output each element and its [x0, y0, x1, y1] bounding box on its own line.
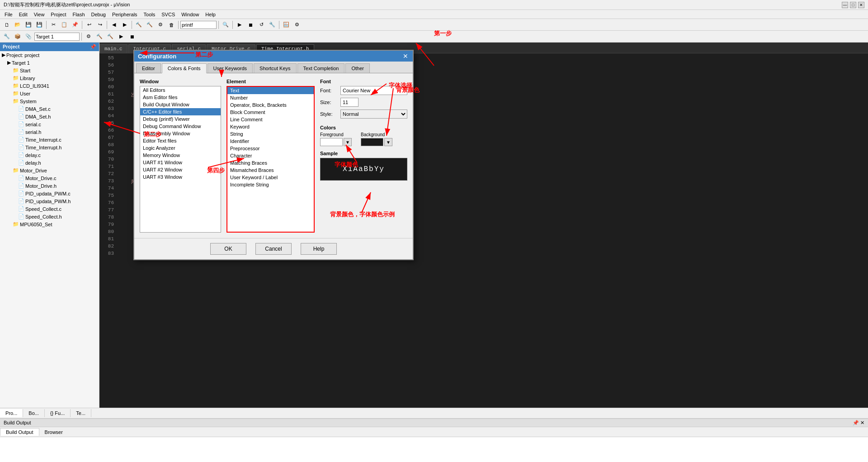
tb2-run[interactable]: ▶ [116, 32, 126, 42]
ok-button[interactable]: OK [210, 243, 246, 255]
element-item-line-comment[interactable]: Line Comment [227, 116, 314, 123]
dialog-tab-text-completion[interactable]: Text Completion [297, 63, 345, 73]
sidebar-item-user[interactable]: 📁 User [0, 90, 99, 97]
bottom-tab-templates[interactable]: Te... [71, 409, 91, 417]
foreground-down-btn[interactable]: ▼ [344, 138, 352, 146]
element-item-operator[interactable]: Operator, Block, Brackets [227, 101, 314, 109]
minimize-button[interactable]: — [842, 2, 848, 8]
sidebar-item-delay-h[interactable]: 📄 delay.h [0, 159, 99, 167]
dialog-tab-editor[interactable]: Editor [136, 63, 161, 73]
sidebar-item-pid-c[interactable]: 📄 PID_updata_PWM.c [0, 190, 99, 197]
sidebar-item-dma-h[interactable]: 📄 DMA_Set.h [0, 113, 99, 120]
background-swatch[interactable] [361, 138, 383, 146]
save-all-button[interactable]: 💾 [34, 20, 44, 30]
tb2-btn2[interactable]: 📦 [13, 32, 23, 42]
menu-help[interactable]: Help [203, 11, 218, 18]
element-item-incomplete[interactable]: Incomplete String [227, 181, 314, 188]
sidebar-item-md-c[interactable]: 📄 Motor_Drive.c [0, 174, 99, 182]
clean-button[interactable]: 🗑 [166, 20, 176, 30]
sidebar-item-sc-c[interactable]: 📄 Speed_Collect.c [0, 205, 99, 213]
window-item-uart1[interactable]: UART #1 Window [140, 159, 221, 166]
menu-project[interactable]: Project [48, 11, 69, 18]
window-button[interactable]: 🪟 [281, 20, 291, 30]
element-item-number[interactable]: Number [227, 94, 314, 101]
open-button[interactable]: 📂 [13, 20, 23, 30]
tb2-rebuild[interactable]: 🔨 [105, 32, 115, 42]
cut-button[interactable]: ✂ [48, 20, 58, 30]
element-item-matching[interactable]: Matching Braces [227, 159, 314, 167]
sidebar-item-dma-c[interactable]: 📄 DMA_Set.c [0, 105, 99, 113]
menu-edit[interactable]: Edit [16, 11, 30, 18]
sidebar-item-start[interactable]: 📁 Start [0, 67, 99, 74]
tb2-stop[interactable]: ⏹ [127, 32, 137, 42]
window-item-disasm[interactable]: Disassembly Window [140, 130, 221, 137]
window-item-asm[interactable]: Asm Editor files [140, 94, 221, 101]
window-item-debug-printf[interactable]: Debug (printf) Viewer [140, 115, 221, 123]
element-item-user-keyword[interactable]: User Keyword / Label [227, 174, 314, 181]
tab-main[interactable]: main.c [99, 44, 127, 53]
build-output-tab-build[interactable]: Build Output [0, 428, 39, 436]
foreground-swatch[interactable] [320, 138, 343, 146]
bottom-tab-project[interactable]: Pro... [0, 409, 23, 417]
tb2-btn3[interactable]: 📎 [24, 32, 33, 42]
bottom-tab-functions[interactable]: {} Fu... [45, 409, 71, 417]
window-item-cpp[interactable]: C/C++ Editor files [140, 108, 221, 115]
dialog-tab-other[interactable]: Other [345, 63, 370, 73]
font-size-input[interactable] [340, 98, 359, 107]
help-button[interactable]: Help [301, 243, 337, 255]
element-item-keyword[interactable]: Keyword [227, 123, 314, 130]
dialog-tab-colors-fonts[interactable]: Colors & Fonts [162, 63, 207, 73]
menu-debug[interactable]: Debug [89, 11, 108, 18]
sidebar-item-mpu[interactable]: 📁 MPU6050_Set [0, 220, 99, 228]
sidebar-item-delay-c[interactable]: 📄 delay.c [0, 151, 99, 159]
window-item-editor-text[interactable]: Editor Text files [140, 137, 221, 144]
paste-button[interactable]: 📌 [70, 20, 80, 30]
sidebar-item-system[interactable]: 📁 System [0, 97, 99, 105]
stop-debug-button[interactable]: ⏹ [245, 20, 255, 30]
element-listbox[interactable]: Text Number Operator, Block, Brackets Bl… [226, 86, 315, 233]
build-output-pin[interactable]: 📌 ✕ [853, 420, 864, 426]
element-item-block-comment[interactable]: Block Comment [227, 109, 314, 116]
sidebar-item-pid-h[interactable]: 📄 PID_updata_PWM.h [0, 197, 99, 205]
build-button[interactable]: 🔨 [134, 20, 144, 30]
config-button[interactable]: ⚙ [292, 20, 302, 30]
sidebar-item-library[interactable]: 📁 Library [0, 74, 99, 82]
printf-input[interactable] [180, 21, 217, 29]
sidebar-item-project[interactable]: ▶ Project: project [0, 51, 99, 59]
sidebar-item-serial-h[interactable]: 📄 serial.h [0, 128, 99, 136]
start-debug-button[interactable]: ▶ [235, 20, 245, 30]
menu-tools[interactable]: Tools [141, 11, 158, 18]
tb2-build[interactable]: 🔨 [94, 32, 104, 42]
font-name-input[interactable] [340, 86, 407, 95]
font-style-select[interactable]: Normal Bold Italic Bold Italic [340, 110, 407, 119]
sidebar-item-sc-h[interactable]: 📄 Speed_Collect.h [0, 213, 99, 220]
element-item-preprocessor[interactable]: Preprocessor [227, 145, 314, 152]
bottom-tab-books[interactable]: Bo... [23, 409, 45, 417]
tb2-translate[interactable]: ⚙ [84, 32, 94, 42]
save-button[interactable]: 💾 [24, 20, 33, 30]
sidebar-item-ti-c[interactable]: 📄 Time_Interrupt.c [0, 136, 99, 143]
menu-flash[interactable]: Flash [70, 11, 88, 18]
search-button[interactable]: 🔍 [221, 20, 231, 30]
sidebar-item-serial-c[interactable]: 📄 serial.c [0, 120, 99, 128]
window-item-uart2[interactable]: UART #2 Window [140, 166, 221, 173]
window-item-debug-cmd[interactable]: Debug Command Window [140, 123, 221, 130]
menu-view[interactable]: View [31, 11, 47, 18]
close-button[interactable]: ✕ [858, 2, 864, 8]
window-item-uart3[interactable]: UART #3 Window [140, 173, 221, 181]
window-item-build[interactable]: Build Output Window [140, 101, 221, 108]
build-output-tab-browser[interactable]: Browser [39, 429, 68, 436]
build-all-button[interactable]: 🔨 [145, 20, 155, 30]
sidebar-item-motordrive-folder[interactable]: 📁 Motor_Drive [0, 167, 99, 174]
nav-fwd-button[interactable]: ▶ [120, 20, 130, 30]
nav-back-button[interactable]: ◀ [109, 20, 119, 30]
sidebar-item-ti-h[interactable]: 📄 Time_Interrupt.h [0, 143, 99, 151]
menu-svcs[interactable]: SVCS [159, 11, 178, 18]
element-item-mismatched[interactable]: Mismatched Braces [227, 167, 314, 174]
menu-peripherals[interactable]: Peripherals [109, 11, 140, 18]
sidebar-item-lcd[interactable]: 📁 LCD_ILI9341 [0, 82, 99, 90]
tb2-btn1[interactable]: 🔧 [2, 32, 12, 42]
window-listbox[interactable]: All Editors Asm Editor files Build Outpu… [140, 86, 221, 233]
window-item-logic[interactable]: Logic Analyzer [140, 144, 221, 152]
cancel-button[interactable]: Cancel [255, 243, 292, 255]
